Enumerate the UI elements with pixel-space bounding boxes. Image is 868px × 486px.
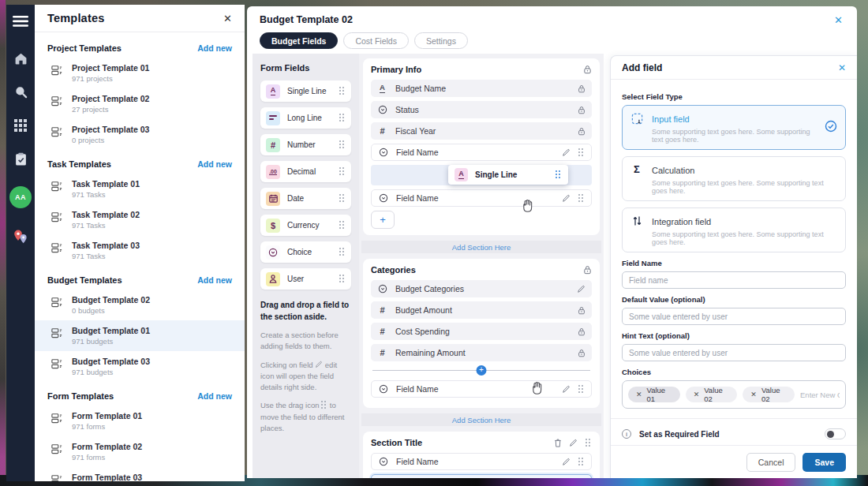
field-row[interactable]: Budget Categories bbox=[371, 280, 592, 297]
search-icon[interactable] bbox=[14, 85, 28, 99]
palette-field-currency[interactable]: $ Currency bbox=[260, 215, 351, 236]
list-item[interactable]: Task Template 01971 Tasks bbox=[47, 174, 232, 204]
add-new-project-template-link[interactable]: Add new bbox=[197, 43, 232, 53]
insert-field-button[interactable]: + bbox=[477, 365, 487, 376]
add-new-form-template-link[interactable]: Add new bbox=[197, 391, 232, 401]
palette-field-choice[interactable]: Choice bbox=[260, 241, 351, 263]
home-icon[interactable] bbox=[14, 52, 28, 65]
field-row[interactable]: Field Name bbox=[371, 144, 592, 161]
list-item[interactable]: Form Template 02971 forms bbox=[47, 436, 232, 467]
menu-icon[interactable] bbox=[13, 16, 28, 27]
new-choice-input[interactable] bbox=[800, 391, 840, 399]
drag-handle-icon[interactable] bbox=[578, 458, 585, 466]
field-type-integration-field[interactable]: Integration field Some supporting text g… bbox=[622, 207, 846, 252]
tab-budget-fields[interactable]: Budget Fields bbox=[260, 32, 338, 49]
hint-text-input[interactable] bbox=[622, 344, 846, 361]
item-subtitle: 0 budgets bbox=[72, 306, 150, 315]
tasks-clipboard-icon[interactable] bbox=[15, 152, 27, 166]
list-item[interactable]: Project Template 0227 projects bbox=[47, 88, 232, 119]
field-row[interactable]: Field Name bbox=[371, 189, 592, 207]
trash-icon[interactable] bbox=[554, 439, 562, 447]
field-row[interactable]: # Remaining Amount bbox=[371, 344, 592, 361]
add-new-budget-template-link[interactable]: Add new bbox=[197, 275, 232, 285]
choice-chip[interactable]: ✕Value 01 bbox=[628, 387, 680, 402]
dragged-field-card[interactable]: A Single Line bbox=[448, 165, 568, 185]
drag-handle-icon[interactable] bbox=[586, 439, 592, 447]
pencil-icon[interactable] bbox=[562, 458, 571, 466]
avatar[interactable]: AA bbox=[9, 186, 32, 208]
field-row[interactable]: # Fiscal Year bbox=[371, 122, 592, 140]
template-icon bbox=[51, 65, 62, 76]
map-pins-icon[interactable] bbox=[13, 229, 28, 245]
palette-field-long-line[interactable]: Long Line bbox=[260, 107, 351, 129]
drag-handle-icon[interactable] bbox=[339, 248, 346, 256]
remove-icon[interactable]: ✕ bbox=[636, 391, 642, 398]
lock-icon bbox=[583, 65, 592, 74]
pencil-icon[interactable] bbox=[562, 385, 571, 394]
palette-field-date[interactable]: Date bbox=[260, 188, 351, 209]
choice-chip[interactable]: ✕Value 02 bbox=[743, 387, 795, 402]
drag-handle-icon[interactable] bbox=[339, 167, 346, 176]
remove-icon[interactable]: ✕ bbox=[750, 391, 757, 398]
cancel-button[interactable]: Cancel bbox=[746, 453, 796, 472]
pencil-icon[interactable] bbox=[562, 148, 571, 157]
palette-field-decimal[interactable]: .00 Decimal bbox=[260, 161, 351, 182]
palette-field-single-line[interactable]: A Single Line bbox=[260, 80, 351, 102]
pencil-icon[interactable] bbox=[577, 285, 586, 293]
single-line-icon: A bbox=[377, 84, 387, 92]
choice-chip[interactable]: ✕Value 02 bbox=[686, 387, 738, 402]
drag-handle-icon[interactable] bbox=[578, 194, 585, 203]
field-row[interactable]: # Budget Amount bbox=[371, 301, 592, 319]
field-type-calculation[interactable]: Σ Calculation Some supporting text goes … bbox=[622, 156, 846, 201]
drag-handle-icon[interactable] bbox=[339, 140, 346, 149]
drag-handle-icon[interactable] bbox=[578, 385, 585, 394]
drag-handle-icon[interactable] bbox=[339, 275, 346, 283]
drag-handle-icon[interactable] bbox=[339, 87, 346, 95]
field-row[interactable]: Field Name bbox=[371, 380, 592, 398]
drag-handle-icon[interactable] bbox=[339, 194, 346, 203]
close-icon[interactable]: ✕ bbox=[223, 13, 232, 24]
add-section-button[interactable]: Add Section Here bbox=[361, 413, 601, 426]
field-row[interactable]: Field Name bbox=[371, 453, 592, 470]
drag-handle-icon[interactable] bbox=[556, 170, 562, 179]
required-field-toggle[interactable] bbox=[825, 428, 846, 439]
drag-handle-icon[interactable] bbox=[578, 148, 585, 157]
palette-field-user[interactable]: User bbox=[260, 268, 351, 290]
add-section-button[interactable]: Add Section Here bbox=[361, 241, 601, 253]
tab-cost-fields[interactable]: Cost Fields bbox=[343, 32, 409, 49]
field-row[interactable]: # Cost Spending bbox=[371, 323, 592, 340]
add-new-task-template-link[interactable]: Add new bbox=[197, 159, 232, 169]
field-row[interactable]: A Budget Name bbox=[371, 80, 592, 97]
apps-grid-icon[interactable] bbox=[14, 119, 27, 132]
choice-chip-label: Value 01 bbox=[647, 386, 672, 403]
list-item[interactable]: Form Template 01971 forms bbox=[47, 406, 232, 436]
remove-icon[interactable]: ✕ bbox=[694, 391, 700, 398]
field-row-selected[interactable]: A Field Name bbox=[371, 474, 592, 478]
list-item[interactable]: Budget Template 03971 budgets bbox=[47, 351, 232, 382]
list-item-selected[interactable]: Budget Template 01971 budgets bbox=[35, 320, 245, 351]
tab-settings[interactable]: Settings bbox=[414, 32, 468, 49]
pencil-icon[interactable] bbox=[569, 439, 578, 447]
pencil-icon[interactable] bbox=[562, 194, 571, 203]
close-icon[interactable]: ✕ bbox=[834, 14, 843, 26]
field-name-input[interactable] bbox=[622, 271, 846, 289]
drop-target-row[interactable]: A Single Line bbox=[371, 165, 592, 185]
list-item[interactable]: Project Template 01971 projects bbox=[47, 58, 232, 88]
list-item[interactable]: Form Template 03971 forms bbox=[47, 467, 232, 481]
palette-field-number[interactable]: # Number bbox=[260, 134, 351, 155]
add-field-button[interactable]: + bbox=[371, 211, 395, 229]
list-item[interactable]: Budget Template 020 budgets bbox=[47, 290, 232, 320]
list-item[interactable]: Project Template 030 projects bbox=[47, 119, 232, 150]
template-editor-panel: Budget Template 02 ✕ Budget Fields Cost … bbox=[247, 6, 857, 478]
list-item[interactable]: Task Template 02971 Tasks bbox=[47, 204, 232, 235]
field-row[interactable]: Status bbox=[371, 101, 592, 118]
default-value-input[interactable] bbox=[622, 308, 846, 325]
save-button[interactable]: Save bbox=[803, 453, 846, 472]
drag-handle-icon[interactable] bbox=[339, 114, 346, 122]
field-type-input-field[interactable]: Input field Some supporting text goes he… bbox=[622, 105, 846, 150]
palette-field-label: User bbox=[287, 275, 304, 283]
list-item[interactable]: Task Template 03971 Tasks bbox=[47, 235, 232, 266]
section-title: Primary Info bbox=[371, 65, 421, 74]
close-icon[interactable]: ✕ bbox=[838, 62, 846, 73]
drag-handle-icon[interactable] bbox=[339, 221, 346, 230]
